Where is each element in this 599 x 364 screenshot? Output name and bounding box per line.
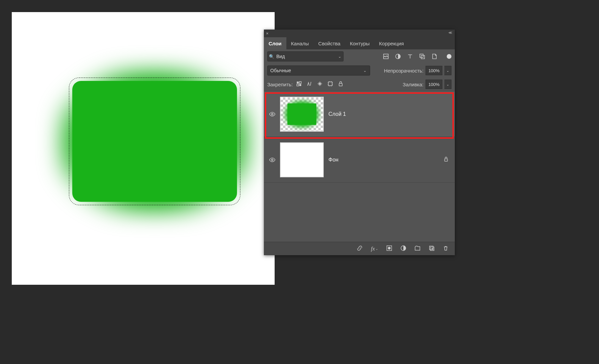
filter-pixel-icon[interactable] (383, 53, 389, 59)
lock-label: Закрепить: (267, 82, 293, 87)
trash-icon[interactable] (443, 245, 449, 252)
fx-icon[interactable]: fx⌄ (371, 246, 378, 252)
panel-tabs: Слои Каналы Свойства Контуры Коррекция (264, 37, 455, 49)
lock-all-icon[interactable] (338, 81, 344, 88)
lock-pixels-icon[interactable] (307, 81, 312, 88)
visibility-toggle[interactable] (267, 156, 277, 163)
filter-adjust-icon[interactable] (395, 53, 401, 59)
lock-position-icon[interactable] (317, 81, 323, 88)
lock-icons (296, 81, 344, 88)
svg-point-13 (272, 113, 273, 115)
group-icon[interactable] (414, 245, 421, 252)
layer-row[interactable]: Фон (264, 137, 455, 182)
layer-row[interactable]: Слой 1 (264, 91, 455, 137)
panel-titlebar: × ≪ (264, 30, 455, 37)
opacity-slider-icon[interactable]: ⌄ (444, 66, 451, 75)
filter-shape-icon[interactable] (419, 53, 425, 59)
svg-rect-7 (297, 82, 299, 84)
tab-label: Слои (269, 41, 282, 46)
lock-icon (443, 156, 449, 163)
tab-label: Свойства (318, 41, 341, 46)
tab-layers[interactable]: Слои (264, 37, 286, 49)
blend-mode-dropdown[interactable]: Обычные ⌄ (267, 65, 370, 76)
lock-row: Закрепить: Заливка: 100% ⌄ (264, 78, 455, 91)
tab-label: Коррекция (379, 41, 404, 46)
filter-smart-icon[interactable] (431, 53, 437, 59)
visibility-toggle[interactable] (267, 111, 277, 118)
svg-rect-11 (328, 82, 332, 86)
selection-marquee (69, 78, 240, 205)
mask-icon[interactable] (386, 245, 392, 252)
fill-slider-icon[interactable]: ⌄ (444, 80, 451, 89)
layers-panel: × ≪ Слои Каналы Свойства Контуры Коррекц… (264, 30, 455, 255)
opacity-field[interactable]: 100% (426, 66, 442, 75)
layers-bottom-bar: fx⌄ (264, 242, 455, 255)
chevron-down-icon: ⌄ (361, 69, 368, 73)
tab-paths[interactable]: Контуры (345, 37, 374, 49)
blend-row: Обычные ⌄ Непрозрачность: 100% ⌄ (264, 63, 455, 78)
opacity-label: Непрозрачность: (384, 68, 424, 74)
fill-field[interactable]: 100% (426, 80, 442, 89)
svg-rect-6 (421, 55, 425, 59)
layers-list: Слой 1 Фон (264, 91, 455, 183)
blend-mode-value: Обычные (270, 68, 291, 73)
filter-icons (383, 53, 451, 59)
tab-adjustments[interactable]: Коррекция (374, 37, 409, 49)
tab-properties[interactable]: Свойства (314, 37, 345, 49)
tab-channels[interactable]: Каналы (286, 37, 314, 49)
svg-rect-5 (420, 54, 423, 57)
filter-type-icon[interactable] (407, 53, 413, 59)
filter-toggle[interactable] (447, 54, 451, 59)
layer-kind-input[interactable] (276, 51, 336, 61)
document-canvas[interactable] (12, 12, 275, 285)
fill-label: Заливка: (403, 82, 424, 87)
collapse-icon[interactable]: ≪ (448, 31, 453, 35)
adjustment-icon[interactable] (400, 245, 406, 252)
layer-kind-dropdown[interactable]: 🔍 ⌄ (267, 51, 344, 61)
svg-rect-9 (297, 84, 299, 86)
panel-menu-icon[interactable] (445, 37, 455, 49)
lock-transparent-icon[interactable] (296, 81, 302, 88)
layer-name[interactable]: Фон (328, 157, 443, 163)
layer-thumbnail[interactable] (280, 142, 324, 177)
chevron-down-icon: ⌄ (336, 54, 343, 59)
layer-thumbnail[interactable] (280, 97, 324, 132)
svg-rect-15 (445, 159, 448, 161)
tab-label: Контуры (350, 41, 370, 46)
svg-rect-19 (430, 246, 433, 250)
tab-label: Каналы (291, 41, 309, 46)
filter-row: 🔍 ⌄ (264, 49, 455, 63)
lock-artboard-icon[interactable] (327, 81, 333, 88)
svg-rect-10 (299, 84, 301, 86)
link-icon[interactable] (357, 245, 363, 252)
new-layer-icon[interactable] (429, 245, 435, 252)
svg-rect-12 (339, 84, 342, 86)
svg-point-14 (272, 159, 273, 161)
svg-point-17 (388, 247, 391, 249)
layer-name[interactable]: Слой 1 (328, 111, 451, 117)
svg-rect-8 (299, 82, 301, 84)
search-icon: 🔍 (268, 54, 276, 59)
close-icon[interactable]: × (264, 31, 271, 36)
